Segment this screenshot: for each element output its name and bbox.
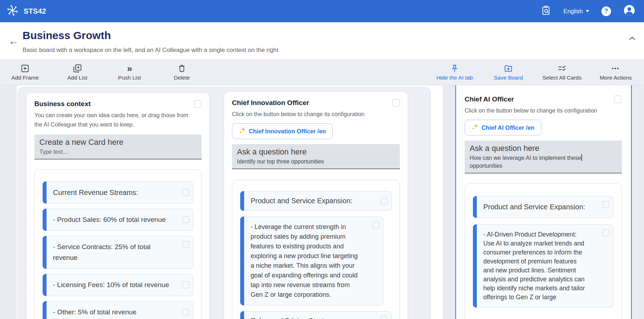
add-list-icon [73, 63, 82, 73]
cards-container: Current Revenue Streams: - Product Sales… [34, 170, 202, 319]
collapse-header-button[interactable] [629, 35, 635, 42]
question-title: Ask a question here [470, 144, 617, 153]
card-checkbox[interactable] [602, 229, 610, 237]
card[interactable]: - Licensing Fees: 10% of total revenue [43, 274, 193, 296]
board-search-icon[interactable] [541, 5, 551, 17]
delete-label: Delete [174, 75, 190, 81]
save-board-label: Save Board [494, 75, 523, 81]
topbar: STS42 English ? [0, 0, 644, 22]
card-text: - AI-Driven Product Development: Use AI … [483, 230, 588, 302]
card-checkbox[interactable] [182, 309, 189, 316]
list-checkbox[interactable] [392, 99, 400, 107]
card-text: - Product Sales: 60% of total revenue [53, 216, 166, 223]
question-value-after-cursor: opportunities [470, 163, 503, 169]
board-header: ← Business Growth Basic board with a wor… [0, 22, 644, 59]
question-value: Identify our top three opportunities [237, 158, 395, 166]
checklist-icon [557, 63, 567, 73]
ai-colleague-frame: Chief AI Officer Click on the button bel… [443, 85, 644, 319]
agent-config-button[interactable]: Chief AI Officer /en [465, 120, 541, 135]
more-actions-icon: ••• [612, 63, 620, 73]
brand[interactable]: STS42 [6, 4, 46, 19]
add-list-button[interactable]: Add List [57, 63, 97, 81]
list-description: Click on the button below to change its … [465, 106, 622, 115]
card[interactable]: - Product Sales: 60% of total revenue [43, 209, 193, 231]
card[interactable]: - AI-Driven Product Development: Use AI … [473, 224, 614, 308]
card-checkbox[interactable] [182, 189, 189, 196]
card[interactable]: Product and Service Expansion: [473, 196, 614, 218]
avatar[interactable] [623, 4, 635, 18]
card-checkbox[interactable] [182, 241, 189, 248]
card-text: - Service Contracts: 25% of total revenu… [53, 243, 150, 261]
delete-button[interactable]: Delete [162, 63, 202, 81]
language-label: English [563, 8, 583, 15]
list-title: Business context [34, 100, 91, 108]
brand-name: STS42 [24, 7, 46, 15]
save-board-button[interactable]: Save Board [481, 63, 535, 81]
list-description: You can create your own idea cards here,… [34, 111, 189, 129]
list-title: Chief Innovation Officer [232, 99, 309, 107]
add-frame-button[interactable]: Add Frame [5, 63, 45, 81]
list-business-context: Business context You can create your own… [26, 92, 210, 319]
card-checkbox[interactable] [182, 216, 189, 223]
card-checkbox[interactable] [372, 222, 379, 229]
card-checkbox[interactable] [381, 197, 388, 205]
card[interactable]: - Leverage the current strength in produ… [240, 216, 383, 305]
card-text: Enhanced Pricing Strategy: [251, 317, 337, 319]
new-card-composer[interactable]: Create a new Card here Type text... [34, 134, 202, 160]
page-title: Business Growth [23, 29, 111, 42]
question-box[interactable]: Ask a question here How can we leverage … [465, 141, 622, 173]
folder-upload-icon [504, 63, 513, 73]
card[interactable]: Product and Service Expansion: [240, 191, 392, 211]
back-button[interactable]: ← [9, 37, 18, 46]
list-description: Click on the button below to change its … [232, 110, 400, 119]
more-actions-button[interactable]: ••• More Actions [589, 63, 643, 81]
list-chief-innovation-officer: Chief Innovation Officer Click on the bu… [224, 91, 408, 319]
select-all-cards-button[interactable]: Select All Cards [535, 63, 589, 81]
push-list-button[interactable]: » Push List [110, 63, 150, 81]
push-list-label: Push List [118, 75, 141, 81]
card-text: - Leverage the current strength in produ… [251, 222, 363, 300]
cards-container: Product and Service Expansion: - AI-Driv… [465, 184, 622, 319]
push-list-icon: » [127, 63, 132, 73]
card-checkbox[interactable] [381, 316, 388, 319]
help-icon[interactable]: ? [601, 6, 611, 16]
page-subtitle: Basic board with a workspace on the left… [23, 47, 278, 54]
card[interactable]: - Other: 5% of total revenue [43, 301, 193, 319]
list-title: Chief AI Officer [465, 95, 514, 103]
question-value: How can we leverage AI to implement thes… [470, 154, 594, 170]
composer-title: Create a new Card here [39, 138, 197, 147]
pin-icon [450, 63, 459, 73]
agent-config-button[interactable]: Chief Innovation Officer /en [232, 123, 333, 139]
card-checkbox[interactable] [182, 281, 189, 289]
card-text: Product and Service Expansion: [251, 197, 353, 205]
hide-ai-tab-label: Hide the AI tab [436, 75, 473, 81]
list-checkbox[interactable] [614, 95, 622, 103]
agent-config-label: Chief Innovation Officer /en [249, 128, 326, 135]
board-canvas: Business context You can create your own… [0, 85, 644, 319]
board-left-gutter [0, 85, 16, 319]
card[interactable]: Current Revenue Streams: [43, 181, 193, 204]
list-chief-ai-officer: Chief AI Officer Click on the button bel… [455, 85, 632, 319]
question-title: Ask a question here [237, 147, 395, 157]
card-checkbox[interactable] [602, 201, 610, 208]
cards-container: Product and Service Expansion: - Leverag… [232, 180, 400, 319]
app-logo-icon [6, 4, 19, 19]
question-box[interactable]: Ask a question here Identify our top thr… [232, 144, 400, 169]
add-frame-icon [20, 63, 30, 73]
card[interactable]: - Service Contracts: 25% of total revenu… [43, 236, 193, 269]
workspace-frame: Business context You can create your own… [18, 87, 431, 319]
card-text: - Other: 5% of total revenue [53, 308, 136, 316]
add-frame-label: Add Frame [11, 75, 39, 81]
add-list-label: Add List [67, 75, 87, 81]
sparkle-icon [471, 123, 479, 132]
card[interactable]: Enhanced Pricing Strategy: [240, 311, 392, 319]
composer-placeholder: Type text... [39, 148, 197, 156]
agent-config-label: Chief AI Officer /en [481, 124, 534, 131]
question-value-before-cursor: How can we leverage AI to implement thes… [470, 155, 581, 161]
card-text: - Licensing Fees: 10% of total revenue [53, 281, 169, 289]
toolbar: Add Frame Add List » Push List Delete [0, 59, 644, 85]
card-text: Product and Service Expansion: [483, 202, 591, 212]
language-selector[interactable]: English [563, 8, 589, 15]
list-checkbox[interactable] [194, 100, 202, 108]
hide-ai-tab-button[interactable]: Hide the AI tab [428, 63, 481, 81]
